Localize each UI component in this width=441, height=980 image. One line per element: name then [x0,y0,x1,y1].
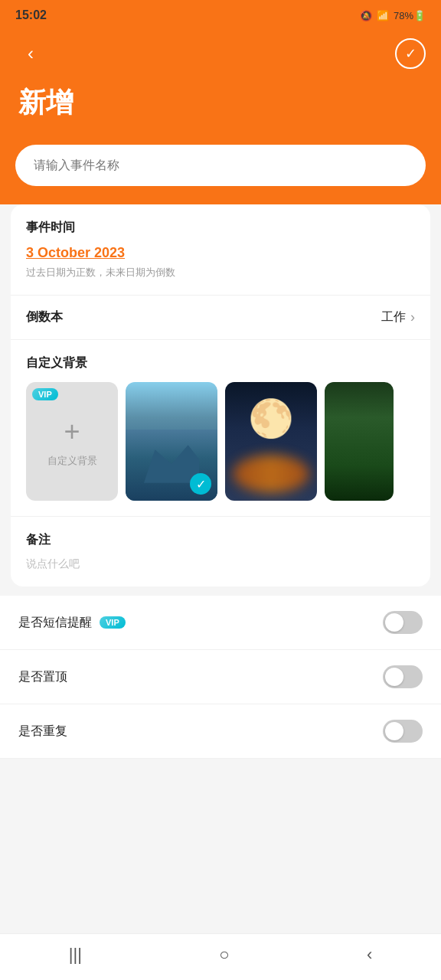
nav-menu-icon[interactable]: ||| [69,945,82,965]
page-title: 新增 [18,84,423,122]
confirm-button[interactable]: ✓ [395,38,426,69]
event-date-hint: 过去日期为正数，未来日期为倒数 [26,266,415,279]
background-label: 自定义背景 [26,355,415,371]
header: ‹ ✓ [0,31,441,77]
notes-placeholder[interactable]: 说点什么吧 [26,557,415,571]
page-title-area: 新增 [0,77,441,145]
event-time-label: 事件时间 [26,220,415,236]
selected-check-icon: ✓ [190,473,211,495]
background-images: + 自定义背景 VIP ✓ [26,382,415,501]
sms-toggle-knob [385,613,403,632]
sms-toggle-switch[interactable] [383,611,423,634]
bg-ocean-image[interactable]: ✓ [126,382,217,501]
plus-icon: + [64,416,80,448]
back-button[interactable]: ‹ [15,38,46,69]
pin-toggle-knob [385,668,403,686]
repeat-toggle-switch[interactable] [383,720,423,743]
moon-bg [225,382,317,501]
notebook-value[interactable]: 工作 › [381,309,415,325]
bg-moon-image[interactable] [225,382,317,501]
vip-badge-custom: VIP [32,388,58,400]
status-time: 15:02 [15,8,47,22]
mute-icon: 🔕 [360,10,372,21]
sms-toggle-row: 是否短信提醒 VIP [0,596,441,650]
pin-toggle-row: 是否置顶 [0,650,441,704]
repeat-toggle-knob [385,722,403,740]
event-time-card: 事件时间 3 October 2023 过去日期为正数，未来日期为倒数 倒数本 … [11,204,430,586]
custom-bg-tile[interactable]: + 自定义背景 VIP [26,382,118,501]
status-bar: 15:02 🔕 📶 78%🔋 [0,0,441,31]
background-section: 自定义背景 + 自定义背景 VIP ✓ [11,339,430,516]
repeat-toggle-row: 是否重复 [0,704,441,759]
event-date[interactable]: 3 October 2023 [26,245,415,261]
repeat-toggle-label: 是否重复 [18,724,67,740]
sms-toggle-label: 是否短信提醒 [18,615,92,631]
custom-bg-label: 自定义背景 [47,454,97,468]
pin-toggle-label: 是否置顶 [18,669,67,685]
notebook-label: 倒数本 [26,309,63,325]
sms-toggle-left: 是否短信提醒 VIP [18,615,126,631]
event-name-section [0,145,441,204]
back-icon: ‹ [28,43,34,64]
notes-label: 备注 [26,532,415,548]
sms-vip-badge: VIP [100,616,126,629]
bottom-nav: ||| ○ ‹ [0,933,441,980]
notes-section: 备注 说点什么吧 [11,516,430,586]
bg-forest-tile[interactable] [325,382,394,501]
forest-bg [325,382,394,501]
repeat-toggle-left: 是否重复 [18,724,67,740]
status-icons: 🔕 📶 78%🔋 [360,10,426,21]
bg-forest-image[interactable] [325,382,394,501]
bg-moon-tile[interactable] [225,382,317,501]
notebook-value-text: 工作 [381,309,406,325]
main-content: 事件时间 3 October 2023 过去日期为正数，未来日期为倒数 倒数本 … [0,204,441,820]
battery-label: 78%🔋 [394,10,426,21]
notebook-row[interactable]: 倒数本 工作 › [11,295,430,339]
nav-back-icon[interactable]: ‹ [367,945,372,965]
pin-toggle-switch[interactable] [383,665,423,688]
confirm-icon: ✓ [405,45,416,62]
event-name-input[interactable] [15,145,426,186]
wifi-icon: 📶 [377,10,389,21]
nav-home-icon[interactable]: ○ [219,945,229,965]
event-time-section: 事件时间 3 October 2023 过去日期为正数，未来日期为倒数 [11,204,430,295]
pin-toggle-left: 是否置顶 [18,669,67,685]
bg-ocean-tile[interactable]: ✓ [126,382,217,501]
chevron-right-icon: › [410,309,415,325]
